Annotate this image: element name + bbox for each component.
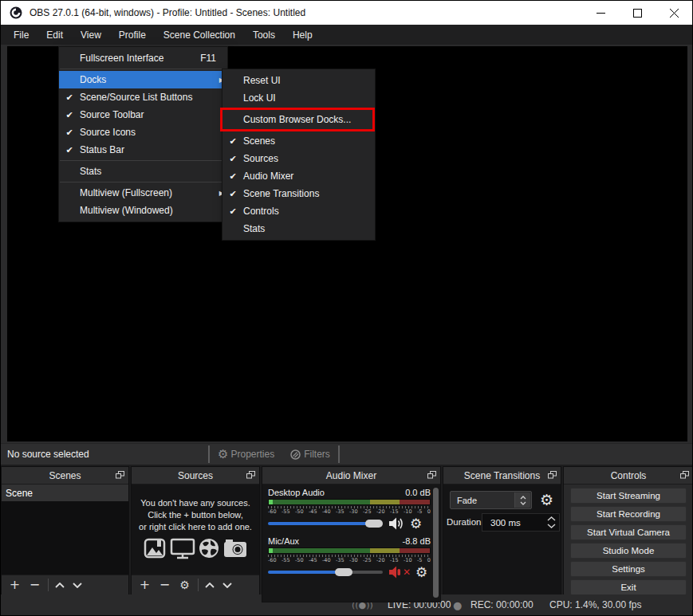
- check-icon: ✔: [222, 154, 243, 164]
- menu-help[interactable]: Help: [284, 26, 321, 45]
- controls-title: Controls: [611, 470, 647, 481]
- channel-name: Mic/Aux: [268, 536, 299, 546]
- add-scene-button[interactable]: +: [8, 579, 22, 591]
- audio-mixer-header[interactable]: Audio Mixer: [262, 467, 440, 485]
- audio-mixer-dock: Audio Mixer Desktop Audio 0.0 dB -60: [262, 466, 441, 602]
- sources-empty-line: You don't have any sources.: [133, 497, 258, 509]
- menu-item-docks[interactable]: Docks ▶: [59, 71, 227, 88]
- tick-label: -5: [417, 508, 422, 515]
- menu-item-scenes[interactable]: ✔ Scenes: [222, 132, 375, 150]
- menu-item-scene-transitions[interactable]: ✔ Scene Transitions: [222, 185, 375, 202]
- duration-label: Duration: [447, 517, 481, 527]
- move-scene-up-button[interactable]: [55, 583, 65, 588]
- exit-button[interactable]: Exit: [570, 579, 687, 595]
- popout-icon[interactable]: [427, 471, 436, 479]
- move-source-down-button[interactable]: [222, 583, 232, 588]
- tick-label: -20: [376, 557, 385, 563]
- studio-mode-button[interactable]: Studio Mode: [570, 543, 687, 559]
- filter-icon: [290, 449, 301, 460]
- menu-item-lock-ui[interactable]: Lock UI: [222, 89, 375, 107]
- menu-separator: [60, 69, 226, 69]
- move-scene-down-button[interactable]: [73, 583, 82, 588]
- sources-empty-message: You don't have any sources. Click the + …: [133, 497, 258, 533]
- sources-dock-header[interactable]: Sources: [132, 467, 259, 485]
- menu-item-audio-mixer[interactable]: ✔ Audio Mixer: [222, 167, 375, 185]
- popout-icon[interactable]: [246, 471, 255, 479]
- maximize-button[interactable]: [619, 1, 656, 25]
- menu-edit[interactable]: Edit: [37, 26, 72, 45]
- remove-scene-button[interactable]: −: [28, 579, 41, 591]
- mixer-scrollbar[interactable]: [433, 488, 439, 598]
- controls-header[interactable]: Controls: [564, 467, 693, 485]
- source-toolbar-buttons: ⚙ Properties Filters: [208, 444, 340, 465]
- menu-item-source-icons[interactable]: ✔ Source Icons: [59, 124, 227, 141]
- move-source-up-button[interactable]: [205, 583, 215, 588]
- mixer-channel-desktop-audio: Desktop Audio 0.0 dB -60 -55 -50 -45 -40…: [268, 488, 431, 530]
- add-source-button[interactable]: +: [138, 579, 152, 591]
- scenes-dock-header[interactable]: Scenes: [2, 467, 128, 485]
- scrollbar-thumb[interactable]: [433, 488, 439, 598]
- start-recording-button[interactable]: Start Recording: [570, 506, 687, 522]
- channel-level: -8.8 dB: [403, 536, 431, 546]
- transition-select[interactable]: Fade: [450, 491, 532, 509]
- menu-item-multiview-windowed[interactable]: Multiview (Windowed): [59, 202, 227, 219]
- menu-profile[interactable]: Profile: [110, 26, 155, 45]
- menu-item-multiview-fullscreen[interactable]: Multiview (Fullscreen) ▶: [59, 184, 227, 202]
- chevron-down-icon[interactable]: [547, 524, 556, 528]
- popout-icon[interactable]: [680, 471, 689, 479]
- properties-button[interactable]: ⚙ Properties: [210, 449, 282, 461]
- menu-item-reset-ui[interactable]: Reset UI: [222, 72, 375, 89]
- volume-slider[interactable]: [268, 517, 383, 530]
- source-type-icons: [132, 537, 259, 559]
- shortcut-label: F11: [200, 53, 227, 64]
- scene-transitions-dock: Scene Transitions Fade ⚙ Duration 300 ms: [443, 466, 561, 595]
- source-properties-button[interactable]: ⚙: [178, 579, 191, 590]
- volume-slider[interactable]: [268, 566, 383, 579]
- menu-item-source-toolbar[interactable]: ✔ Source Toolbar: [59, 106, 227, 124]
- minimize-button[interactable]: [582, 1, 619, 25]
- scene-list-item[interactable]: Scene: [2, 485, 128, 501]
- sources-dock-toolbar: + − ⚙: [132, 575, 259, 594]
- gear-icon: ⚙: [218, 449, 228, 461]
- start-streaming-button[interactable]: Start Streaming: [570, 488, 687, 504]
- tick-label: -30: [349, 508, 358, 515]
- gear-icon[interactable]: ⚙: [410, 517, 422, 531]
- maximize-icon: [633, 9, 642, 18]
- check-icon: ✔: [222, 136, 243, 147]
- speaker-icon[interactable]: [389, 517, 405, 530]
- menu-item-stats-dock[interactable]: Stats: [222, 220, 375, 237]
- start-virtual-camera-button[interactable]: Start Virtual Camera: [570, 524, 687, 540]
- menu-tools[interactable]: Tools: [244, 26, 284, 45]
- remove-source-button[interactable]: −: [158, 579, 171, 591]
- slider-handle[interactable]: [365, 520, 383, 528]
- check-icon: ✔: [59, 145, 80, 155]
- menu-view[interactable]: View: [72, 26, 110, 45]
- chevron-up-icon[interactable]: [547, 516, 556, 521]
- menu-scene-collection[interactable]: Scene Collection: [155, 26, 244, 45]
- duration-spinbox[interactable]: 300 ms: [482, 513, 560, 532]
- menu-item-controls[interactable]: ✔ Controls: [222, 202, 375, 220]
- menu-item-fullscreen-interface[interactable]: Fullscreen Interface F11: [59, 49, 227, 67]
- menu-item-stats[interactable]: Stats: [59, 163, 227, 180]
- menu-file[interactable]: File: [5, 26, 37, 45]
- popout-icon[interactable]: [116, 471, 124, 479]
- toolbar-separator: [338, 445, 340, 463]
- image-icon: [144, 537, 167, 559]
- menu-item-status-bar[interactable]: ✔ Status Bar: [59, 141, 227, 159]
- view-menu: Fullscreen Interface F11 Docks ▶ ✔ Scene…: [58, 46, 228, 222]
- popout-icon[interactable]: [548, 471, 557, 479]
- chevron-down-icon: [73, 583, 82, 588]
- tick-label: -60: [268, 508, 277, 515]
- close-button[interactable]: [656, 1, 692, 25]
- menu-item-sources[interactable]: ✔ Sources: [222, 150, 375, 167]
- scene-transitions-header[interactable]: Scene Transitions: [443, 467, 561, 485]
- muted-speaker-icon[interactable]: [389, 566, 402, 579]
- filters-button[interactable]: Filters: [282, 449, 338, 460]
- menu-item-scene-source-list-buttons[interactable]: ✔ Scene/Source List Buttons: [59, 88, 227, 106]
- gear-icon[interactable]: ⚙: [415, 566, 427, 579]
- toolbar-separator: [48, 579, 49, 591]
- transition-properties-button[interactable]: ⚙: [540, 491, 553, 509]
- settings-button[interactable]: Settings: [570, 561, 687, 577]
- channel-name: Desktop Audio: [268, 488, 325, 497]
- slider-handle[interactable]: [335, 568, 352, 576]
